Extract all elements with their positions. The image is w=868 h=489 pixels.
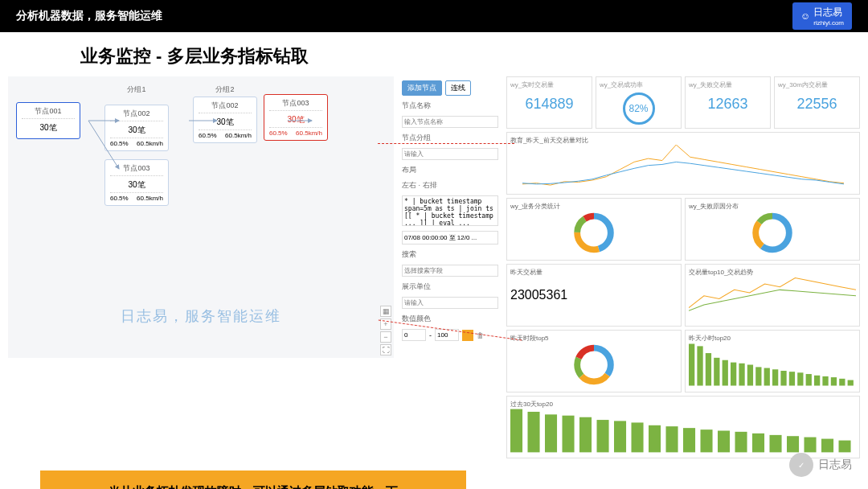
metric-card-3: wy_失败交易量 12663 [685, 76, 771, 129]
svg-rect-50 [770, 435, 782, 453]
zoom-out-icon[interactable]: − [380, 331, 391, 343]
topology-panel: 节点001 30笔 分组1 节点002 30笔 60.5%60.5km/h 节点… [8, 76, 394, 358]
svg-rect-21 [739, 364, 744, 386]
svg-rect-46 [701, 429, 713, 452]
side-toolbar: ▦ + − ⛶ [380, 306, 391, 355]
callout-box: 当从业务拓扑发现故障时，可以通过多层钻取功能，下 钻到对应时间的业务性能指标趋势… [40, 471, 466, 489]
svg-rect-17 [706, 353, 711, 385]
footer-logo: ✓ 日志易 [789, 453, 852, 477]
tool-icon[interactable]: ▦ [380, 306, 391, 317]
svg-rect-23 [755, 367, 761, 385]
svg-rect-27 [789, 372, 795, 385]
svg-rect-29 [806, 374, 812, 385]
pie-chart-1: wy_业务分类统计 [506, 198, 682, 261]
svg-rect-35 [510, 409, 522, 453]
config-panel: 添加节点 连线 节点名称 节点分组 布局 左右 · 右排 * | bucket … [398, 76, 502, 458]
bignum-card: 昨天交易量 23005361 [506, 264, 682, 327]
watermark: 日志易，服务智能运维 [121, 306, 281, 326]
svg-rect-19 [723, 360, 728, 386]
label-search: 搜索 [402, 249, 498, 260]
svg-rect-20 [731, 363, 736, 386]
search-field-input[interactable] [402, 265, 498, 277]
query-textarea[interactable]: * | bucket timestamp span=5m as ts | joi… [402, 195, 498, 226]
svg-rect-31 [822, 376, 828, 386]
duo-line-chart: 交易量top10_交易趋势 [685, 264, 860, 327]
range-from[interactable] [402, 329, 426, 341]
svg-rect-30 [814, 376, 820, 386]
metric-card-1: wy_实时交易量 614889 [506, 76, 592, 129]
add-node-button[interactable]: 添加节点 [402, 80, 442, 96]
node-003a[interactable]: 节点003 30笔 60.5%60.5km/h [104, 159, 169, 206]
svg-rect-44 [666, 426, 678, 452]
svg-rect-15 [689, 344, 694, 386]
header-title: 分析机器数据，服务智能运维 [16, 9, 162, 23]
node-group-3: 分组2 节点002 30笔 60.5%60.5km/h 节点003 30笔 60… [193, 84, 328, 143]
layout-left[interactable]: 左右 [402, 181, 416, 189]
label-name: 节点名称 [402, 101, 498, 111]
layout-right[interactable]: 右排 [423, 181, 437, 189]
svg-rect-26 [780, 371, 786, 385]
unit-input[interactable] [402, 297, 498, 309]
trend-chart: 教育_昨天_前天交易量对比 [506, 132, 860, 195]
node-003b-alert[interactable]: 节点003 30笔 60.5%60.5km/h [264, 94, 328, 141]
svg-rect-41 [614, 421, 626, 452]
svg-rect-18 [714, 358, 719, 386]
node-002b[interactable]: 节点002 30笔 60.5%60.5km/h [193, 97, 257, 143]
svg-rect-45 [683, 428, 695, 452]
svg-rect-48 [735, 432, 747, 453]
node-001[interactable]: 节点001 30笔 [16, 102, 80, 139]
node-002a[interactable]: 节点002 30笔 60.5%60.5km/h [104, 105, 169, 151]
svg-rect-42 [632, 422, 644, 452]
label-color: 数值颜色 [402, 314, 498, 324]
fit-icon[interactable]: ⛶ [380, 344, 391, 355]
node-group-1: 节点001 30笔 [16, 84, 80, 139]
pie-chart-2: wy_失败原因分布 [685, 198, 860, 261]
header-bar: 分析机器数据，服务智能运维 ☺ 日志易 rizhiyi.com [0, 0, 868, 32]
time-range[interactable]: 07/08 00:00:00 至 12/0 ... [402, 231, 498, 244]
logo-badge: ☺ 日志易 rizhiyi.com [792, 2, 852, 30]
node-group-input[interactable] [402, 148, 498, 160]
svg-rect-49 [752, 434, 764, 453]
metric-card-2: wy_交易成功率 82% [596, 76, 682, 129]
svg-rect-54 [839, 441, 851, 453]
svg-rect-28 [797, 372, 803, 385]
svg-rect-33 [839, 379, 845, 386]
svg-rect-47 [718, 431, 730, 453]
label-group: 节点分组 [402, 133, 498, 143]
metric-card-4: wy_30m内交易量 22556 [774, 76, 860, 129]
svg-rect-24 [764, 368, 770, 386]
label-unit: 展示单位 [402, 281, 498, 292]
page-title: 业务监控 - 多层业务指标钻取 [0, 32, 868, 76]
svg-rect-39 [579, 417, 592, 453]
svg-rect-36 [528, 412, 540, 452]
charts-panel: wy_实时交易量 614889 wy_交易成功率 82% wy_失败交易量 12… [506, 76, 860, 458]
svg-rect-43 [649, 425, 661, 453]
node-name-input[interactable] [402, 116, 498, 128]
svg-rect-37 [545, 414, 557, 452]
drill-arrow-1 [378, 143, 514, 144]
svg-rect-25 [772, 369, 778, 385]
svg-rect-34 [848, 380, 854, 386]
logo-sub: rizhiyi.com [813, 19, 844, 27]
logo-text: 日志易 [813, 6, 842, 18]
svg-rect-53 [821, 439, 833, 453]
node-group-2: 分组1 节点002 30笔 60.5%60.5km/h 节点003 30笔 60… [104, 84, 169, 206]
label-layout: 布局 [402, 165, 498, 175]
svg-rect-52 [805, 438, 817, 453]
svg-rect-38 [563, 416, 575, 453]
svg-rect-40 [597, 420, 609, 452]
pie-chart-3: 昨天时段top5 [506, 330, 682, 392]
final-bar-chart: 过去30天top20 [506, 396, 860, 458]
svg-rect-22 [747, 365, 753, 386]
gauge-chart: 82% [623, 92, 655, 125]
svg-rect-16 [697, 346, 702, 385]
svg-rect-51 [787, 436, 799, 452]
add-line-button[interactable]: 连线 [445, 80, 471, 96]
bar-chart: 昨天小时top20 [685, 330, 860, 392]
person-icon: ☺ [800, 10, 810, 22]
svg-rect-32 [831, 377, 837, 385]
wechat-icon: ✓ [789, 453, 813, 477]
